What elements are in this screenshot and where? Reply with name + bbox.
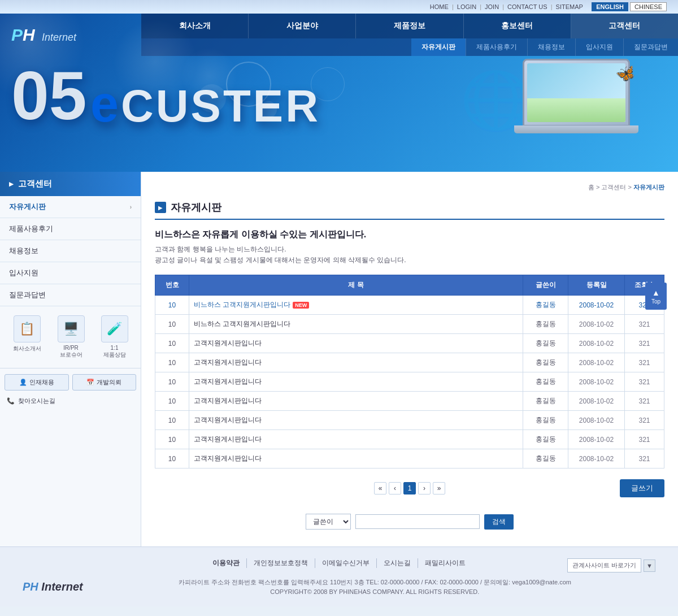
- notice-line-2: 광고성 글이나 욕설 및 스팸성 게시물에 대해서는 운영자에 의해 삭제될수 …: [155, 255, 664, 266]
- cell-date: 2008-10-02: [568, 392, 625, 411]
- subnav-apply[interactable]: 입사지원: [575, 38, 623, 56]
- lang-english-btn[interactable]: ENGLISH: [592, 2, 628, 11]
- sidebar-icon-irpr[interactable]: 🖥️ IR/PR브로슈어: [58, 315, 85, 359]
- cell-views: 321: [625, 372, 664, 392]
- search-section: 글쓴이 제목 내용 검색: [155, 508, 664, 535]
- cell-title: 고객지원게시판입니다: [189, 372, 523, 392]
- sidebar-item-apply[interactable]: 입사지원: [0, 262, 141, 284]
- topbar-contact[interactable]: CONTACT US: [507, 3, 547, 10]
- hero-number: 05: [11, 62, 86, 129]
- cell-no: 10: [155, 392, 189, 411]
- cell-date: 2008-10-02: [568, 411, 625, 430]
- subnav-faq[interactable]: 질문과답변: [623, 38, 678, 56]
- cell-views: 321: [625, 353, 664, 372]
- cell-author: 홍길동: [523, 315, 568, 334]
- cell-no: 10: [155, 315, 189, 334]
- cell-views: 321: [625, 315, 664, 334]
- table-row: 10 고객지원게시판입니다 홍길동 2008-10-02 321: [155, 392, 664, 411]
- sidebar-icon-company[interactable]: 📋 회사소개서: [13, 315, 41, 359]
- post-title-link: 고객지원게시판입니다: [194, 454, 262, 462]
- scroll-up-arrow-icon: ▲: [652, 288, 660, 297]
- nav-pr[interactable]: 홍보센터: [464, 14, 571, 38]
- cell-title: 고객지원게시판입니다: [189, 430, 523, 449]
- sidebar-item-review[interactable]: 제품사용후기: [0, 218, 141, 240]
- subnav-review[interactable]: 제품사용후기: [466, 38, 527, 56]
- page-1[interactable]: 1: [403, 482, 416, 494]
- post-title-link[interactable]: 비느하스 고객지원게시판입니다: [194, 301, 290, 309]
- cell-views: 321: [625, 449, 664, 468]
- cell-date: 2008-10-02: [568, 449, 625, 468]
- col-date: 등록일: [568, 275, 625, 296]
- page-last[interactable]: »: [433, 482, 445, 494]
- cell-title: 고객지원게시판입니다: [189, 411, 523, 430]
- sidebar-title: 고객센터: [0, 172, 141, 196]
- scroll-top-button[interactable]: ▲ Top: [645, 283, 667, 310]
- cell-no: 10: [155, 411, 189, 430]
- notice-section: 비느하스은 자유롭게 이용하실 수있는 게시판입니다. 고객과 함께 행복을 나…: [155, 229, 664, 266]
- pagination: « ‹ 1 › »: [374, 482, 445, 494]
- cell-date: 2008-10-02: [568, 372, 625, 392]
- cell-author: 홍길동: [523, 296, 568, 315]
- cell-title: 비느하스 고객지원게시판입니다: [189, 315, 523, 334]
- write-button[interactable]: 글쓰기: [620, 479, 664, 497]
- lang-chinese-btn[interactable]: CHINESE: [630, 2, 667, 11]
- post-title-link: 고객지원게시판입니다: [194, 435, 262, 443]
- cell-no: 10: [155, 353, 189, 372]
- cell-title: 고객지원게시판입니다: [189, 449, 523, 468]
- col-title: 제 목: [189, 275, 523, 296]
- talent-recruit-btn[interactable]: 👤 인재채용: [5, 374, 69, 391]
- table-row: 10 고객지원게시판입니다 홍길동 2008-10-02 321: [155, 411, 664, 430]
- page-first[interactable]: «: [374, 482, 386, 494]
- dev-request-btn[interactable]: 📅 개발의뢰: [72, 374, 137, 391]
- cell-no: 10: [155, 449, 189, 468]
- nav-customer[interactable]: 고객센터: [571, 14, 678, 38]
- footer-privacy[interactable]: 개인정보보호정책: [247, 558, 315, 568]
- footer-terms[interactable]: 이용약관: [206, 558, 247, 568]
- cell-date: 2008-10-02: [568, 334, 625, 353]
- search-type-select[interactable]: 글쓴이 제목 내용: [306, 514, 351, 530]
- cell-author: 홍길동: [523, 392, 568, 411]
- notice-line-1: 고객과 함께 행복을 나누는 비느하스입니다.: [155, 244, 664, 255]
- cell-author: 홍길동: [523, 353, 568, 372]
- search-button[interactable]: 검색: [484, 514, 514, 530]
- cell-date: 2008-10-02: [568, 430, 625, 449]
- sidebar-item-faq[interactable]: 질문과답변: [0, 284, 141, 306]
- footer-directions[interactable]: 오시는길: [377, 558, 418, 568]
- footer-email-reject[interactable]: 이메일수신거부: [315, 558, 377, 568]
- topbar-home[interactable]: HOME: [430, 3, 449, 10]
- directions-link[interactable]: 📞 찾아오시는길: [5, 394, 136, 408]
- cell-views: 321: [625, 334, 664, 353]
- post-title-link: 비느하스 고객지원게시판입니다: [194, 320, 290, 328]
- sidebar-item-board[interactable]: 자유게시판 ›: [0, 196, 141, 218]
- search-input[interactable]: [355, 514, 480, 529]
- cell-title: 고객지원게시판입니다: [189, 353, 523, 372]
- sidebar-item-recruit[interactable]: 채용정보: [0, 240, 141, 262]
- cell-views: 321: [625, 411, 664, 430]
- footer-family-site[interactable]: 패밀리사이트: [418, 558, 472, 568]
- cell-no: 10: [155, 372, 189, 392]
- page-next[interactable]: ›: [418, 482, 431, 494]
- topbar-join[interactable]: JOIN: [485, 3, 499, 10]
- cell-title[interactable]: 비느하스 고객지원게시판입니다NEW: [189, 296, 523, 315]
- related-sites-dropdown-icon: ▼: [644, 559, 655, 572]
- hero-title: eCUSTER: [90, 79, 320, 129]
- nav-business[interactable]: 사업분야: [249, 14, 356, 38]
- subnav-recruit[interactable]: 채용정보: [527, 38, 575, 56]
- post-title-link: 고객지원게시판입니다: [194, 358, 262, 366]
- topbar-login[interactable]: LOGIN: [457, 3, 476, 10]
- cell-date: 2008-10-02: [568, 315, 625, 334]
- subnav-board[interactable]: 자유게시판: [411, 38, 466, 56]
- cell-date: 2008-10-02: [568, 296, 625, 315]
- page-title-icon: ▶: [155, 202, 166, 213]
- cell-views: 321: [625, 430, 664, 449]
- col-author: 글쓴이: [523, 275, 568, 296]
- table-row: 10 비느하스 고객지원게시판입니다 홍길동 2008-10-02 321: [155, 315, 664, 334]
- table-row: 10 고객지원게시판입니다 홍길동 2008-10-02 321: [155, 353, 664, 372]
- page-prev[interactable]: ‹: [389, 482, 401, 494]
- nav-product[interactable]: 제품정보: [356, 14, 463, 38]
- page-title: 자유게시판: [171, 201, 221, 214]
- sidebar-icon-consult[interactable]: 🧪 1:1제품상담: [101, 315, 128, 359]
- cell-date: 2008-10-02: [568, 353, 625, 372]
- cell-author: 홍길동: [523, 372, 568, 392]
- topbar-sitemap[interactable]: SITEMAP: [556, 3, 583, 10]
